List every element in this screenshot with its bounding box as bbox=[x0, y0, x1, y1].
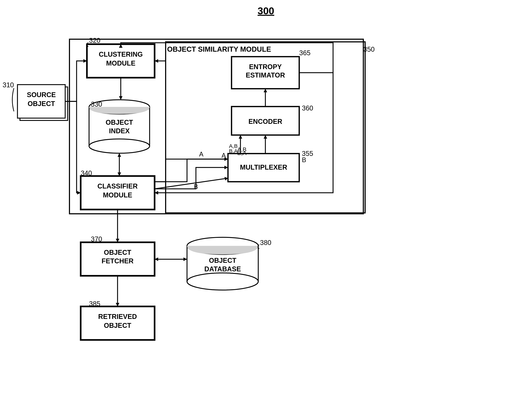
arrowhead-index-to-classifier-up bbox=[118, 153, 121, 157]
classifier-label-line1: CLASSIFIER bbox=[97, 183, 138, 190]
object-fetcher-label-line1: OBJECT bbox=[104, 249, 131, 256]
arrow-a-label: A bbox=[199, 151, 203, 158]
clustering-label-line2: MODULE bbox=[106, 59, 135, 67]
diagram-container: 300 SOURCE OBJECT 310 CLUSTERING MODULE … bbox=[0, 0, 532, 416]
source-object-label-line1: SOURCE bbox=[27, 91, 56, 98]
label-340: 340 bbox=[81, 169, 92, 177]
arrowhead-db-right bbox=[183, 257, 187, 261]
clustering-label-line1: CLUSTERING bbox=[99, 51, 143, 58]
entropy-estimator-label-line2: ESTIMATOR bbox=[246, 71, 285, 79]
entropy-estimator-label-line1: ENTROPY bbox=[249, 63, 282, 70]
arrow-source-to-clustering bbox=[65, 61, 87, 101]
object-db-bottom bbox=[187, 273, 258, 290]
label-320: 320 bbox=[89, 37, 100, 44]
object-similarity-label: OBJECT SIMILARITY MODULE bbox=[167, 45, 271, 53]
label-365: 365 bbox=[299, 49, 310, 57]
svg-line-0 bbox=[65, 61, 87, 101]
ba-label-2: B,A bbox=[229, 148, 238, 154]
ba-label: B,A bbox=[237, 150, 247, 156]
label-330: 330 bbox=[91, 100, 102, 108]
classifier-label-line2: MODULE bbox=[103, 191, 132, 199]
object-db-label-line2: DATABASE bbox=[204, 265, 241, 273]
label-360: 360 bbox=[302, 104, 313, 112]
source-object-label-line2: OBJECT bbox=[28, 100, 55, 107]
cylinder-bottom bbox=[89, 139, 150, 153]
b-label-mux: B bbox=[302, 156, 306, 164]
retrieved-object-label-line1: RETRIEVED bbox=[98, 313, 137, 320]
arrowhead-clustering-to-index bbox=[119, 96, 123, 100]
brace-310 bbox=[12, 88, 14, 111]
arrow-classifier-to-mux-a bbox=[155, 159, 228, 182]
label-350: 350 bbox=[363, 46, 375, 53]
label-380: 380 bbox=[260, 239, 271, 246]
object-index-label-line2: INDEX bbox=[109, 127, 130, 135]
diagram-title: 300 bbox=[257, 5, 274, 16]
label-310: 310 bbox=[3, 81, 14, 89]
object-db-label-line1: OBJECT bbox=[209, 257, 236, 264]
retrieved-object-label-line2: OBJECT bbox=[104, 322, 131, 329]
object-index-label-line1: OBJECT bbox=[106, 119, 133, 126]
object-fetcher-label-line2: FETCHER bbox=[102, 257, 133, 265]
multiplexer-label: MULTIPLEXER bbox=[240, 164, 287, 171]
encoder-label: ENCODER bbox=[248, 118, 282, 125]
diagram-svg: 300 SOURCE OBJECT 310 CLUSTERING MODULE … bbox=[0, 0, 532, 416]
